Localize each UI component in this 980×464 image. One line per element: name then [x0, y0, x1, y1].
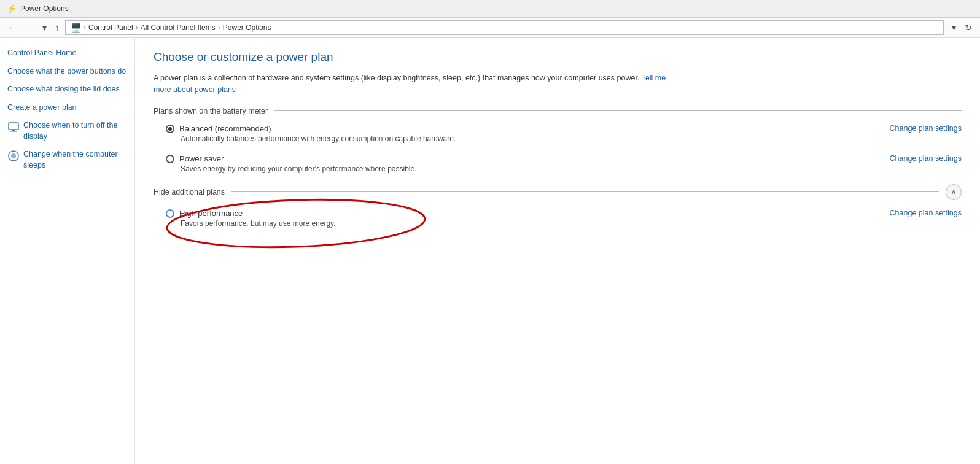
breadcrumb-control-panel[interactable]: Control Panel [88, 23, 133, 32]
change-high-performance-link[interactable]: Change plan settings [890, 209, 962, 217]
sleep-icon [7, 150, 20, 162]
address-right-controls: ▾ ↻ [949, 21, 975, 34]
main-layout: Control Panel Home Choose what the power… [0, 38, 980, 464]
plan-high-performance-desc: Favors performance, but may use more ene… [181, 219, 962, 228]
plan-power-saver: Power saver Change plan settings Saves e… [166, 154, 962, 173]
plan-balanced: Balanced (recommended) Change plan setti… [166, 124, 962, 143]
breadcrumb-all-items[interactable]: All Control Panel Items [141, 23, 216, 32]
sidebar-item-home[interactable]: Control Panel Home [7, 48, 127, 59]
plan-power-saver-desc: Saves energy by reducing your computer's… [181, 164, 962, 173]
sidebar-item-power-buttons[interactable]: Choose what the power buttons do [7, 66, 127, 77]
breadcrumb-icon: 🖥️ [71, 23, 81, 33]
plan-balanced-label: Balanced (recommended) [179, 124, 271, 133]
plans-section-label: Plans shown on the battery meter [154, 107, 268, 115]
breadcrumb-power-options[interactable]: Power Options [223, 23, 271, 32]
radio-balanced[interactable] [166, 125, 174, 133]
dropdown-button[interactable]: ▾ [39, 21, 50, 34]
page-title: Choose or customize a power plan [154, 50, 962, 64]
svg-rect-1 [12, 130, 15, 131]
refresh-button[interactable]: ↻ [962, 21, 975, 34]
content-description: A power plan is a collection of hardware… [154, 72, 682, 96]
plan-high-performance-label: High performance [179, 209, 243, 218]
hide-section-line [231, 191, 939, 192]
plan-power-saver-row: Power saver Change plan settings [166, 154, 962, 163]
radio-high-performance[interactable] [166, 209, 174, 218]
plan-power-saver-label: Power saver [179, 154, 224, 163]
hide-additional-plans-section: Hide additional plans ∧ High performance… [154, 184, 962, 228]
address-bar: ← → ▾ ↑ 🖥️ › Control Panel › All Control… [0, 18, 980, 38]
breadcrumb-path: 🖥️ › Control Panel › All Control Panel I… [65, 20, 944, 35]
svg-rect-0 [9, 123, 18, 130]
plan-balanced-desc: Automatically balances performance with … [181, 134, 962, 143]
plan-power-saver-left: Power saver [166, 154, 224, 163]
plan-high-performance-row: High performance Change plan settings [166, 209, 962, 218]
sidebar-item-create-plan[interactable]: Create a power plan [7, 102, 127, 114]
hide-plans-header: Hide additional plans ∧ [154, 184, 962, 200]
plan-high-performance: High performance Change plan settings Fa… [166, 209, 962, 228]
change-balanced-link[interactable]: Change plan settings [890, 124, 962, 133]
change-power-saver-link[interactable]: Change plan settings [890, 154, 962, 163]
content-area: Choose or customize a power plan A power… [135, 38, 980, 464]
hide-plans-label: Hide additional plans [154, 188, 225, 196]
back-button[interactable]: ← [5, 21, 20, 34]
radio-power-saver[interactable] [166, 155, 174, 163]
plan-high-performance-left: High performance [166, 209, 243, 218]
section-divider [274, 110, 962, 111]
content-wrapper: Choose or customize a power plan A power… [154, 50, 962, 228]
plan-balanced-left: Balanced (recommended) [166, 124, 271, 133]
sidebar-item-computer-sleep[interactable]: Change when the computer sleeps [7, 149, 127, 171]
sidebar: Control Panel Home Choose what the power… [0, 38, 135, 464]
plans-section-header: Plans shown on the battery meter [154, 107, 962, 115]
forward-button[interactable]: → [22, 21, 37, 34]
svg-rect-2 [10, 131, 17, 132]
title-bar: ⚡ Power Options [0, 0, 980, 18]
dropdown-arrow-button[interactable]: ▾ [949, 21, 959, 34]
toggle-hide-plans-button[interactable]: ∧ [946, 184, 962, 200]
title-bar-text: Power Options [20, 4, 69, 13]
sidebar-item-lid-close[interactable]: Choose what closing the lid does [7, 84, 127, 95]
title-bar-icon: ⚡ [6, 4, 17, 14]
svg-point-4 [11, 153, 16, 158]
up-button[interactable]: ↑ [52, 21, 63, 34]
plan-balanced-row: Balanced (recommended) Change plan setti… [166, 124, 962, 133]
display-icon [7, 121, 20, 133]
sidebar-item-turn-off-display[interactable]: Choose when to turn off the display [7, 120, 127, 142]
